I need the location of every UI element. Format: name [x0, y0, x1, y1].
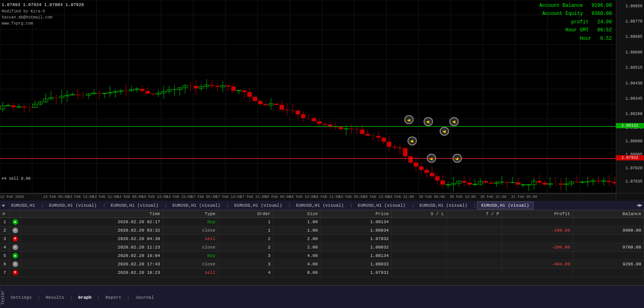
chart-tab-0[interactable]: EURUSD,H1: [7, 201, 39, 209]
bottom-separator: |: [97, 295, 100, 300]
tab-separator: |: [473, 203, 476, 208]
tab-separator: |: [412, 203, 415, 208]
cell-order: 3: [218, 260, 273, 269]
table-row[interactable]: 1▲2020.02.20 02:17buy11.001.08134: [0, 218, 644, 226]
cell-balance: 9900.00: [573, 226, 644, 235]
bottom-tab-results[interactable]: Results: [41, 294, 69, 302]
cell-profit: -100.00: [502, 226, 573, 235]
cell-time: 2020.02.20 17:43: [21, 260, 163, 269]
cell-stop-loss: [391, 218, 446, 226]
cell-balance: [573, 252, 644, 260]
cell-balance: 9700.00: [573, 243, 644, 252]
price-level: 1.08430: [625, 81, 642, 86]
table-row[interactable]: 4✕2020.02.20 11:23close22.001.08032-200.…: [0, 243, 644, 252]
chart-tab-4[interactable]: EURUSD,H1 (visual): [230, 201, 287, 209]
row-type-icon: ▼: [10, 235, 21, 243]
bottom-bar: Tester Settings|Results|Graph|Report|Jou…: [0, 285, 644, 308]
table-header-8: T / P: [447, 210, 502, 218]
chart-tab-1[interactable]: EURUSD,H1 (visual): [45, 201, 101, 209]
cell-stop-loss: [391, 226, 446, 235]
cell-time: 2020.02.20 02:17: [21, 218, 163, 226]
time-label: 13 Feb 05:00: [43, 195, 69, 199]
side-label: Tester: [0, 285, 6, 308]
bottom-tab-settings[interactable]: Settings: [6, 294, 37, 302]
table-header-4: Order: [218, 210, 273, 218]
chart-tabs-bar: ◀ EURUSD,H1|EURUSD,H1 (visual)|EURUSD,H1…: [0, 201, 644, 210]
tab-separator: |: [103, 203, 105, 208]
chart-tab-2[interactable]: EURUSD,H1 (visual): [106, 201, 163, 209]
cell-price: 1.08134: [320, 252, 391, 260]
bottom-tab-journal[interactable]: Journal: [130, 294, 159, 302]
chart-tab-7[interactable]: EURUSD,H1 (visual): [415, 201, 472, 209]
price-chart: [0, 0, 644, 193]
time-label: 17 Feb 13:00: [216, 195, 242, 199]
table-row[interactable]: 3▼2020.02.20 04:38sell22.001.07932: [0, 235, 644, 243]
cell-balance: 9296.00: [573, 260, 644, 269]
table-row[interactable]: 5▲2020.02.20 16:04buy34.001.08134: [0, 252, 644, 260]
cell-type: sell: [163, 269, 218, 277]
bottom-separator: |: [70, 295, 73, 300]
table-header-7: S / L: [391, 210, 446, 218]
time-label: 20 Feb 21:00: [480, 195, 506, 199]
cell-profit: -200.00: [502, 243, 573, 252]
trade-label: #4 sell 8.00: [2, 177, 31, 181]
time-label: 17 Feb 05:00: [191, 195, 217, 199]
table-header-1: [10, 210, 21, 218]
tab-separator: |: [41, 203, 44, 208]
time-label: 20 Feb 13:00: [450, 195, 476, 199]
bottom-tab-graph[interactable]: Graph: [73, 294, 96, 302]
cell-order: 2: [218, 243, 273, 252]
time-label: 14 Feb 13:00: [142, 195, 168, 199]
cell-price: 1.08032: [320, 243, 391, 252]
row-number: 1: [0, 218, 10, 226]
cell-order: 1: [218, 226, 273, 235]
cell-type: buy: [163, 252, 218, 260]
tab-separator: |: [226, 203, 229, 208]
price-scale: 1.088561.087701.086851.086001.085151.084…: [616, 0, 644, 193]
tab-nav-left[interactable]: ◀: [2, 203, 4, 208]
cell-size: 1.00: [273, 226, 320, 235]
cell-price: 1.08034: [320, 226, 391, 235]
cell-balance: [573, 218, 644, 226]
cell-take-profit: [447, 269, 502, 277]
chart-tab-6[interactable]: EURUSD,H1 (visual): [353, 201, 410, 209]
cell-price: 1.07932: [320, 235, 391, 243]
cell-time: 2020.02.20 03:32: [21, 226, 163, 235]
red-horizontal-line: [0, 158, 616, 159]
chart-tab-8[interactable]: EURUSD,H1 (visual): [477, 201, 534, 209]
price-level: 1.08515: [625, 66, 642, 70]
tab-nav-right[interactable]: ◀▶: [637, 202, 642, 208]
cell-profit: [502, 252, 573, 260]
time-label: 13 Feb 13:00: [68, 195, 94, 199]
table-header-0: #: [0, 210, 10, 218]
cell-type: close: [163, 243, 218, 252]
tab-separator: |: [288, 203, 291, 208]
price-level: 1.08770: [625, 19, 642, 24]
time-label: 14 Feb 21:00: [166, 195, 192, 199]
cell-stop-loss: [391, 269, 446, 277]
chart-tab-3[interactable]: EURUSD,H1 (visual): [168, 201, 225, 209]
cell-size: 2.00: [273, 235, 320, 243]
time-label: 12 Feb 2020: [0, 195, 24, 199]
row-type-icon: ✕: [10, 243, 21, 252]
table-row[interactable]: 6✕2020.02.20 17:43close34.001.08033-404.…: [0, 260, 644, 269]
price-level: 1.08856: [625, 4, 642, 8]
trade-history-table: #TimeTypeOrderSizePriceS / LT / PProfitB…: [0, 210, 644, 285]
cell-time: 2020.02.20 04:38: [21, 235, 163, 243]
time-axis-row: 12 Feb 202013 Feb 05:0013 Feb 13:0013 Fe…: [0, 193, 644, 201]
cell-profit: [502, 269, 573, 277]
cell-size: 1.00: [273, 218, 320, 226]
row-type-icon: ✕: [10, 226, 21, 235]
table-row[interactable]: 2✕2020.02.20 03:32close11.001.08034-100.…: [0, 226, 644, 235]
cell-profit: [502, 218, 573, 226]
table-header-5: Size: [273, 210, 320, 218]
table-row[interactable]: 7▼2020.02.20 18:23sell48.001.07931: [0, 269, 644, 277]
cell-price: 1.08134: [320, 218, 391, 226]
cell-order: 2: [218, 235, 273, 243]
bottom-tab-report[interactable]: Report: [101, 294, 126, 302]
cell-balance: [573, 235, 644, 243]
cell-time: 2020.02.20 11:23: [21, 243, 163, 252]
chart-tab-5[interactable]: EURUSD,H1 (visual): [291, 201, 348, 209]
row-type-icon: ▲: [10, 252, 21, 260]
cell-size: 2.00: [273, 243, 320, 252]
